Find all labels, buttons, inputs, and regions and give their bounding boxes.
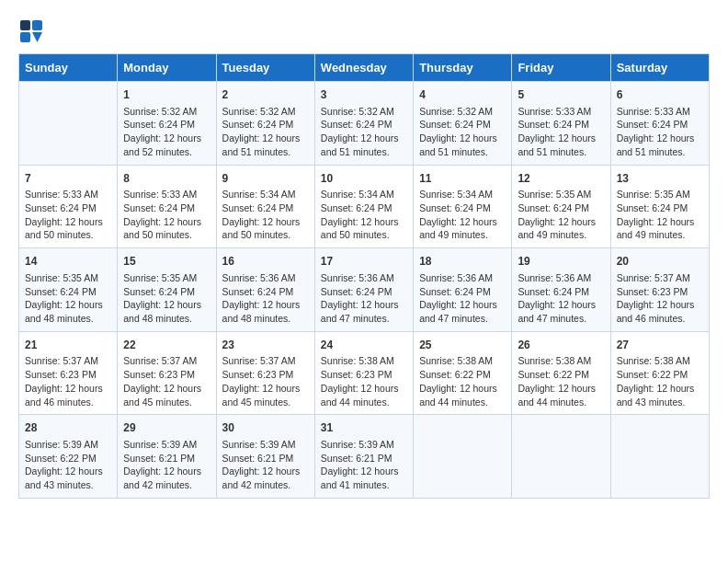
calendar-header-row: SundayMondayTuesdayWednesdayThursdayFrid… bbox=[19, 54, 710, 82]
day-number: 7 bbox=[25, 171, 111, 187]
day-number: 1 bbox=[123, 87, 210, 103]
day-number: 16 bbox=[222, 254, 309, 270]
calendar-cell bbox=[610, 415, 709, 499]
calendar-cell: 3Sunrise: 5:32 AM Sunset: 6:24 PM Daylig… bbox=[314, 82, 413, 166]
calendar-cell: 12Sunrise: 5:35 AM Sunset: 6:24 PM Dayli… bbox=[512, 165, 610, 248]
calendar-cell: 4Sunrise: 5:32 AM Sunset: 6:24 PM Daylig… bbox=[414, 82, 512, 166]
calendar-week-5: 28Sunrise: 5:39 AM Sunset: 6:22 PM Dayli… bbox=[19, 415, 710, 499]
day-number: 9 bbox=[222, 171, 309, 187]
cell-info: Sunrise: 5:35 AM Sunset: 6:24 PM Dayligh… bbox=[617, 188, 703, 242]
day-number: 10 bbox=[321, 171, 407, 187]
calendar-week-3: 14Sunrise: 5:35 AM Sunset: 6:24 PM Dayli… bbox=[19, 248, 710, 332]
svg-rect-2 bbox=[20, 32, 30, 42]
calendar-cell: 13Sunrise: 5:35 AM Sunset: 6:24 PM Dayli… bbox=[610, 165, 709, 248]
cell-info: Sunrise: 5:38 AM Sunset: 6:22 PM Dayligh… bbox=[419, 354, 506, 408]
cell-info: Sunrise: 5:33 AM Sunset: 6:24 PM Dayligh… bbox=[518, 105, 604, 159]
cell-info: Sunrise: 5:33 AM Sunset: 6:24 PM Dayligh… bbox=[617, 105, 703, 159]
cell-info: Sunrise: 5:38 AM Sunset: 6:22 PM Dayligh… bbox=[617, 354, 703, 408]
calendar-cell: 1Sunrise: 5:32 AM Sunset: 6:24 PM Daylig… bbox=[118, 82, 216, 166]
calendar-week-2: 7Sunrise: 5:33 AM Sunset: 6:24 PM Daylig… bbox=[19, 165, 710, 248]
day-number: 3 bbox=[321, 87, 407, 103]
cell-info: Sunrise: 5:35 AM Sunset: 6:24 PM Dayligh… bbox=[518, 188, 604, 242]
day-number: 13 bbox=[617, 171, 703, 187]
day-number: 29 bbox=[123, 420, 210, 436]
cell-info: Sunrise: 5:39 AM Sunset: 6:22 PM Dayligh… bbox=[25, 438, 111, 492]
cell-info: Sunrise: 5:37 AM Sunset: 6:23 PM Dayligh… bbox=[25, 354, 111, 408]
cell-info: Sunrise: 5:34 AM Sunset: 6:24 PM Dayligh… bbox=[321, 188, 407, 242]
calendar-cell: 7Sunrise: 5:33 AM Sunset: 6:24 PM Daylig… bbox=[19, 165, 118, 248]
day-number: 6 bbox=[617, 87, 703, 103]
calendar-cell: 22Sunrise: 5:37 AM Sunset: 6:23 PM Dayli… bbox=[118, 331, 216, 415]
header-friday: Friday bbox=[512, 54, 610, 82]
day-number: 26 bbox=[518, 338, 604, 353]
day-number: 24 bbox=[321, 338, 407, 353]
cell-info: Sunrise: 5:36 AM Sunset: 6:24 PM Dayligh… bbox=[321, 271, 407, 326]
header-wednesday: Wednesday bbox=[314, 54, 413, 82]
day-number: 2 bbox=[222, 87, 309, 103]
cell-info: Sunrise: 5:32 AM Sunset: 6:24 PM Dayligh… bbox=[419, 105, 506, 159]
calendar-cell: 31Sunrise: 5:39 AM Sunset: 6:21 PM Dayli… bbox=[314, 415, 413, 499]
day-number: 25 bbox=[419, 338, 506, 353]
header-monday: Monday bbox=[118, 54, 216, 82]
cell-info: Sunrise: 5:39 AM Sunset: 6:21 PM Dayligh… bbox=[222, 438, 309, 492]
day-number: 23 bbox=[222, 338, 309, 353]
cell-info: Sunrise: 5:39 AM Sunset: 6:21 PM Dayligh… bbox=[321, 438, 407, 492]
cell-info: Sunrise: 5:32 AM Sunset: 6:24 PM Dayligh… bbox=[222, 105, 309, 159]
calendar-cell: 25Sunrise: 5:38 AM Sunset: 6:22 PM Dayli… bbox=[414, 331, 512, 415]
day-number: 21 bbox=[25, 338, 111, 353]
day-number: 5 bbox=[518, 87, 604, 103]
calendar-cell: 15Sunrise: 5:35 AM Sunset: 6:24 PM Dayli… bbox=[118, 248, 216, 332]
day-number: 17 bbox=[321, 254, 407, 270]
day-number: 8 bbox=[123, 171, 210, 187]
cell-info: Sunrise: 5:36 AM Sunset: 6:24 PM Dayligh… bbox=[419, 271, 506, 326]
logo bbox=[18, 18, 48, 44]
cell-info: Sunrise: 5:33 AM Sunset: 6:24 PM Dayligh… bbox=[123, 188, 210, 242]
day-number: 18 bbox=[419, 254, 506, 270]
calendar-cell: 29Sunrise: 5:39 AM Sunset: 6:21 PM Dayli… bbox=[118, 415, 216, 499]
cell-info: Sunrise: 5:36 AM Sunset: 6:24 PM Dayligh… bbox=[222, 271, 309, 326]
header-tuesday: Tuesday bbox=[216, 54, 314, 82]
calendar-cell: 14Sunrise: 5:35 AM Sunset: 6:24 PM Dayli… bbox=[19, 248, 118, 332]
cell-info: Sunrise: 5:37 AM Sunset: 6:23 PM Dayligh… bbox=[123, 354, 210, 408]
day-number: 22 bbox=[123, 338, 210, 353]
cell-info: Sunrise: 5:32 AM Sunset: 6:24 PM Dayligh… bbox=[321, 105, 407, 159]
header bbox=[18, 18, 710, 44]
logo-icon bbox=[18, 18, 44, 44]
calendar-cell: 11Sunrise: 5:34 AM Sunset: 6:24 PM Dayli… bbox=[414, 165, 512, 248]
calendar-cell: 27Sunrise: 5:38 AM Sunset: 6:22 PM Dayli… bbox=[610, 331, 709, 415]
header-sunday: Sunday bbox=[19, 54, 118, 82]
calendar-cell: 24Sunrise: 5:38 AM Sunset: 6:23 PM Dayli… bbox=[314, 331, 413, 415]
calendar-cell: 21Sunrise: 5:37 AM Sunset: 6:23 PM Dayli… bbox=[19, 331, 118, 415]
svg-rect-1 bbox=[32, 20, 42, 30]
header-saturday: Saturday bbox=[610, 54, 709, 82]
calendar-cell: 26Sunrise: 5:38 AM Sunset: 6:22 PM Dayli… bbox=[512, 331, 610, 415]
cell-info: Sunrise: 5:35 AM Sunset: 6:24 PM Dayligh… bbox=[123, 271, 210, 326]
cell-info: Sunrise: 5:37 AM Sunset: 6:23 PM Dayligh… bbox=[222, 354, 309, 408]
day-number: 19 bbox=[518, 254, 604, 270]
calendar-cell bbox=[512, 415, 610, 499]
header-thursday: Thursday bbox=[414, 54, 512, 82]
calendar-cell: 28Sunrise: 5:39 AM Sunset: 6:22 PM Dayli… bbox=[19, 415, 118, 499]
calendar-cell: 18Sunrise: 5:36 AM Sunset: 6:24 PM Dayli… bbox=[414, 248, 512, 332]
calendar-week-1: 1Sunrise: 5:32 AM Sunset: 6:24 PM Daylig… bbox=[19, 82, 710, 166]
day-number: 28 bbox=[25, 420, 111, 436]
calendar-table: SundayMondayTuesdayWednesdayThursdayFrid… bbox=[18, 53, 710, 499]
day-number: 20 bbox=[617, 254, 703, 270]
calendar-cell: 6Sunrise: 5:33 AM Sunset: 6:24 PM Daylig… bbox=[610, 82, 709, 166]
cell-info: Sunrise: 5:39 AM Sunset: 6:21 PM Dayligh… bbox=[123, 438, 210, 492]
svg-marker-3 bbox=[32, 32, 42, 42]
calendar-cell: 10Sunrise: 5:34 AM Sunset: 6:24 PM Dayli… bbox=[314, 165, 413, 248]
day-number: 4 bbox=[419, 87, 506, 103]
calendar-cell bbox=[19, 82, 118, 166]
calendar-cell: 23Sunrise: 5:37 AM Sunset: 6:23 PM Dayli… bbox=[216, 331, 314, 415]
cell-info: Sunrise: 5:38 AM Sunset: 6:22 PM Dayligh… bbox=[518, 354, 604, 408]
calendar-cell: 5Sunrise: 5:33 AM Sunset: 6:24 PM Daylig… bbox=[512, 82, 610, 166]
cell-info: Sunrise: 5:34 AM Sunset: 6:24 PM Dayligh… bbox=[419, 188, 506, 242]
day-number: 12 bbox=[518, 171, 604, 187]
cell-info: Sunrise: 5:34 AM Sunset: 6:24 PM Dayligh… bbox=[222, 188, 309, 242]
cell-info: Sunrise: 5:36 AM Sunset: 6:24 PM Dayligh… bbox=[518, 271, 604, 326]
cell-info: Sunrise: 5:32 AM Sunset: 6:24 PM Dayligh… bbox=[123, 105, 210, 159]
day-number: 31 bbox=[321, 420, 407, 436]
svg-rect-0 bbox=[20, 20, 30, 30]
cell-info: Sunrise: 5:38 AM Sunset: 6:23 PM Dayligh… bbox=[321, 354, 407, 408]
